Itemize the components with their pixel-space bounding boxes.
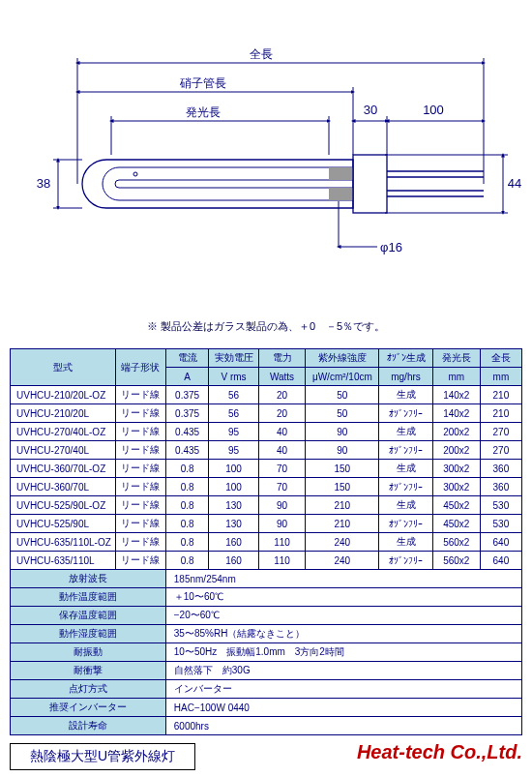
svg-point-16 [133, 172, 137, 176]
hdr-totallen: 全長 [480, 349, 521, 368]
table-row: UVHCU-635/110L-OZリード線0.8160110240生成560x2… [11, 533, 522, 552]
table-row: UVHCU-360/70L-OZリード線0.810070150生成300x236… [11, 460, 522, 478]
svg-text:44: 44 [508, 176, 521, 191]
spec-row: 動作湿度範囲35〜85%RH（結露なきこと） [11, 625, 522, 643]
table-row: UVHCU-525/90L-OZリード線0.813090210生成450x253… [11, 496, 522, 515]
spec-row: 耐衝撃自然落下 約30G [11, 662, 522, 680]
svg-rect-18 [329, 188, 353, 200]
table-row: UVHCU-270/40L-OZリード線0.435954090生成200x227… [11, 423, 522, 441]
specifications-table: 型式 端子形状 電流 実効電圧 電力 紫外線強度 ｵｿﾞﾝ生成 発光長 全長 A… [10, 348, 522, 735]
spec-row: 設計寿命6000hrs [11, 717, 522, 735]
spec-row: 動作温度範囲＋10〜60℃ [11, 588, 522, 607]
hdr-terminal: 端子形状 [116, 349, 166, 386]
svg-text:硝子管長: 硝子管長 [179, 76, 226, 90]
hdr-model: 型式 [11, 349, 116, 386]
footer: 熱陰極大型U管紫外線灯 Heat-tech Co.,Ltd. [10, 743, 522, 772]
table-row: UVHCU-210/20L-OZリード線0.375562050生成140x221… [11, 386, 522, 404]
spec-row: 保存温度範囲−20〜60℃ [11, 607, 522, 625]
hdr-current: 電流 [165, 349, 209, 368]
document-title: 熱陰極大型U管紫外線灯 [10, 743, 195, 770]
hdr-voltage: 実効電圧 [209, 349, 258, 368]
company-name: Heat-tech Co.,Ltd. [357, 741, 522, 763]
unit-totallen: mm [480, 368, 521, 386]
svg-text:38: 38 [37, 176, 50, 191]
svg-text:発光長: 発光長 [186, 105, 221, 119]
unit-lightlen: mm [432, 368, 480, 386]
unit-voltage: V rms [209, 368, 258, 386]
table-row: UVHCU-270/40Lリード線0.435954090ｵｿﾞﾝﾌﾘｰ200x2… [11, 441, 522, 460]
tolerance-note: ※ 製品公差はガラス製品の為、＋0 －5％です。 [10, 319, 522, 334]
unit-uv: μW/cm²/10cm [306, 368, 379, 386]
svg-text:100: 100 [423, 103, 444, 117]
technical-drawing: 全長 硝子管長 発光長 30 100 [10, 10, 522, 300]
svg-text:φ16: φ16 [380, 240, 402, 254]
svg-rect-19 [353, 155, 387, 213]
svg-text:30: 30 [364, 103, 377, 117]
svg-rect-17 [329, 167, 353, 180]
hdr-lightlen: 発光長 [432, 349, 480, 368]
table-row: UVHCU-360/70Lリード線0.810070150ｵｿﾞﾝﾌﾘｰ300x2… [11, 478, 522, 496]
spec-row: 点灯方式インバーター [11, 680, 522, 699]
table-row: UVHCU-635/110Lリード線0.8160110240ｵｿﾞﾝﾌﾘｰ560… [11, 552, 522, 570]
hdr-ozone: ｵｿﾞﾝ生成 [379, 349, 432, 368]
svg-text:全長: 全長 [250, 47, 273, 61]
unit-power: Watts [258, 368, 306, 386]
spec-row: 推奨インバーターHAC−100W 0440 [11, 699, 522, 717]
unit-current: A [165, 368, 209, 386]
table-row: UVHCU-525/90Lリード線0.813090210ｵｿﾞﾝﾌﾘｰ450x2… [11, 515, 522, 533]
table-row: UVHCU-210/20Lリード線0.375562050ｵｿﾞﾝﾌﾘｰ140x2… [11, 404, 522, 423]
unit-ozone: mg/hrs [379, 368, 432, 386]
spec-row: 耐振動10〜50Hz 振動幅1.0mm 3方向2時間 [11, 643, 522, 662]
spec-row: 放射波長185nm/254nm [11, 570, 522, 588]
hdr-power: 電力 [258, 349, 306, 368]
hdr-uv: 紫外線強度 [306, 349, 379, 368]
